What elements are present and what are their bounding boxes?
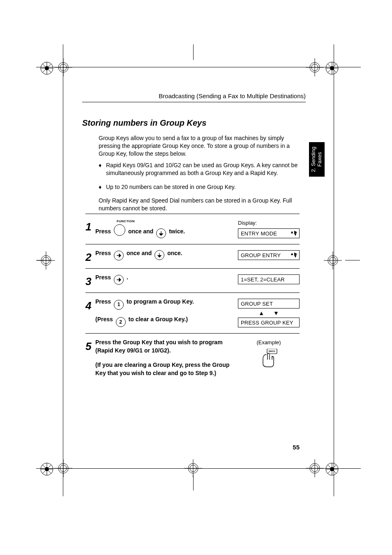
bullet-diamond-icon: ♦ bbox=[99, 161, 106, 177]
step-3: 3 Press . 1=SET, 2=CLEAR bbox=[85, 269, 300, 292]
section-title: Storing numbers in Group Keys bbox=[82, 118, 206, 128]
registration-target-icon bbox=[323, 251, 343, 270]
function-key-icon bbox=[114, 224, 125, 236]
display-scroll-icon: ▲▶▼ bbox=[290, 253, 297, 258]
registration-wheel-icon bbox=[325, 61, 339, 76]
step-1: 1 FUNCTION Press once and twice. Display… bbox=[85, 214, 300, 244]
section-tab: 2. SendingFaxes bbox=[309, 142, 325, 177]
paragraph-note: Only Rapid Key and Speed Dial numbers ca… bbox=[99, 197, 300, 212]
registration-wheel-icon bbox=[325, 462, 339, 477]
display-scroll-icon: ▲▶▼ bbox=[290, 231, 297, 236]
registration-target-icon bbox=[53, 458, 73, 478]
bullet-2: ♦ Up to 20 numbers can be stored in one … bbox=[99, 183, 300, 191]
step-5: 5 Press the Group Key that you wish to p… bbox=[85, 334, 300, 383]
svg-text:09/G1: 09/G1 bbox=[269, 350, 276, 352]
step-2-instruction: Press once and once. bbox=[95, 249, 238, 260]
display-text: ENTRY MODE bbox=[241, 230, 277, 237]
step-4-instruction: Press 1 to program a Group Key. (Press 2… bbox=[95, 298, 238, 327]
step-number: 4 bbox=[85, 298, 95, 311]
steps-list: 1 FUNCTION Press once and twice. Display… bbox=[85, 214, 300, 383]
step-5-example: (Example) 09/G1 bbox=[238, 339, 300, 368]
running-head: Broadcasting (Sending a Fax to Multiple … bbox=[82, 92, 306, 99]
bullet-2-text: Up to 20 numbers can be stored in one Gr… bbox=[106, 183, 300, 191]
display-box: 1=SET, 2=CLEAR bbox=[238, 274, 300, 284]
step-3-instruction: Press . bbox=[95, 274, 238, 285]
crop-rule-left bbox=[63, 44, 63, 496]
display-label: Display: bbox=[238, 220, 300, 226]
registration-target-icon bbox=[36, 251, 56, 270]
step-number: 5 bbox=[85, 339, 95, 352]
bullet-diamond-icon: ♦ bbox=[99, 183, 106, 191]
press-key-hand-icon: 09/G1 bbox=[238, 349, 300, 368]
numkey-1-icon: 1 bbox=[114, 300, 124, 310]
display-text: GROUP ENTRY bbox=[241, 252, 281, 258]
step-number: 1 bbox=[85, 219, 95, 232]
registration-target-icon bbox=[183, 458, 203, 478]
head-rule bbox=[82, 102, 306, 102]
registration-target-icon bbox=[305, 58, 325, 77]
registration-wheel-icon bbox=[39, 462, 54, 477]
numkey-2-icon: 2 bbox=[116, 317, 126, 327]
right-arrow-key-icon bbox=[114, 251, 124, 260]
paragraph-intro: Group Keys allow you to send a fax to a … bbox=[99, 134, 300, 158]
display-text: PRESS GROUP KEY bbox=[241, 320, 293, 326]
crop-tick-right-mid bbox=[345, 260, 360, 260]
step-5-line1: Press the Group Key that you wish to pro… bbox=[95, 339, 234, 355]
display-box: PRESS GROUP KEY bbox=[238, 318, 300, 327]
step-number: 2 bbox=[85, 249, 95, 263]
page: Broadcasting (Sending a Fax to Multiple … bbox=[0, 0, 392, 555]
registration-target-icon bbox=[53, 58, 73, 77]
step-5-line2: (If you are clearing a Group Key, press … bbox=[95, 361, 234, 377]
step-number: 3 bbox=[85, 274, 95, 287]
right-arrow-key-icon bbox=[114, 275, 124, 285]
crop-rule-right bbox=[334, 44, 334, 496]
step-4-display: GROUP SET ▲▼ PRESS GROUP KEY bbox=[238, 298, 300, 327]
display-stack-arrows-icon: ▲▼ bbox=[238, 309, 300, 318]
step-4: 4 Press 1 to program a Group Key. (Press… bbox=[85, 293, 300, 333]
crop-tick-top-mid bbox=[193, 44, 194, 60]
example-label: (Example) bbox=[238, 339, 300, 345]
display-box: GROUP ENTRY ▲▶▼ bbox=[238, 250, 300, 260]
step-2-display: GROUP ENTRY ▲▶▼ bbox=[238, 249, 300, 260]
display-box: GROUP SET bbox=[238, 299, 300, 309]
step-2: 2 Press once and once. GROUP ENTRY ▲▶▼ bbox=[85, 244, 300, 268]
down-arrow-key-icon bbox=[156, 228, 166, 238]
bullet-1: ♦ Rapid Keys 09/G1 and 10/G2 can be used… bbox=[99, 161, 300, 177]
display-text: GROUP SET bbox=[241, 301, 273, 307]
step-5-instruction: Press the Group Key that you wish to pro… bbox=[95, 339, 238, 377]
registration-wheel-icon bbox=[39, 61, 54, 76]
section-tab-label: 2. SendingFaxes bbox=[311, 147, 323, 172]
down-arrow-key-icon bbox=[154, 250, 164, 260]
display-box: ENTRY MODE ▲▶▼ bbox=[238, 228, 300, 238]
step-1-instruction: FUNCTION Press once and twice. bbox=[95, 219, 238, 238]
step-3-display: 1=SET, 2=CLEAR bbox=[238, 274, 300, 284]
registration-target-icon bbox=[305, 458, 325, 478]
function-key-label: FUNCTION bbox=[117, 219, 234, 223]
step-1-display: Display: ENTRY MODE ▲▶▼ bbox=[238, 219, 300, 238]
page-number: 55 bbox=[293, 444, 300, 451]
display-text: 1=SET, 2=CLEAR bbox=[241, 276, 285, 283]
bullet-1-text: Rapid Keys 09/G1 and 10/G2 can be used a… bbox=[106, 161, 300, 177]
